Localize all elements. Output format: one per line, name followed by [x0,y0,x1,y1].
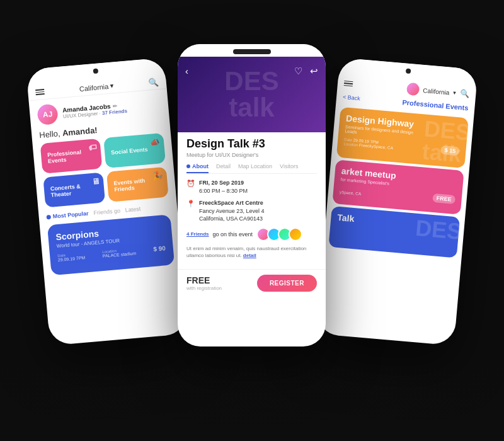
event-main-subtitle: Meetup for UI/UX Designer's [186,152,317,158]
detail-link[interactable]: detail [243,253,256,258]
event-price: $ 90 [153,244,166,254]
back-button[interactable]: < Back [343,94,361,101]
card-bg-text: DEStalk [421,117,469,166]
location-icon: 📍 [186,200,195,208]
price-section: FREE with registration [186,275,222,291]
right-nav-location: California [423,86,450,96]
card-price-2: FREE [432,193,455,204]
camera-dot [93,68,99,74]
location-row: 📍 FreeckSpace Art Centre Fancy Avenue 23… [186,199,317,223]
tab-latest[interactable]: Latest [125,205,140,213]
tab-detail[interactable]: Detail [216,163,231,173]
right-avatar [406,83,420,96]
card-title-3: Talk [337,213,407,229]
category-grid: 🏷 ProfessionalEvents 📣 Social Events 🖥 C… [33,132,177,212]
center-footer: FREE with registration REGISTER [178,269,326,297]
card-talk[interactable]: DES Talk [328,206,460,258]
right-dropdown-icon[interactable]: ▾ [453,89,457,96]
phone-center: DEStalk ‹ ♡ ↩ Design Talk #3 Meetup for … [178,44,326,346]
card-date-location: Date 29.09.19 7PM Location FreeckySpace,… [343,137,393,151]
tab-map-location[interactable]: Map Location [238,163,272,173]
heart-icon[interactable]: ♡ [294,66,302,77]
date-row: ⏰ FRI, 20 Sep 2019 6:00 PM – 8:30 PM [186,179,317,195]
friends-link[interactable]: 4 Friends [186,231,209,237]
friend-avatars [256,227,302,241]
location-detail: FreeckSpace Art Centre Fancy Avenue 23, … [199,199,264,223]
bottom-gradient [0,365,504,441]
category-concerts[interactable]: 🖥 Concerts &Theater [43,172,105,207]
category-friends[interactable]: 🎉 Events withFriends [106,167,169,202]
card-meta-2: ySpace, CA FREE [340,185,456,204]
hero-right-icons: ♡ ↩ [294,66,318,77]
share-icon[interactable]: ↩ [310,66,318,77]
tab-friends-go[interactable]: Friends go [93,207,120,216]
right-search-icon[interactable]: 🔍 [460,89,470,98]
card-location-2: ySpace, CA [340,190,362,196]
register-button[interactable]: REGISTER [257,275,317,292]
avatar: AJ [37,103,59,125]
tab-about[interactable]: About [186,163,209,173]
tab-visitors[interactable]: Visitors [280,163,298,173]
event-description: Ut enim ad minim venaim, quis naustraud … [186,245,317,259]
edit-icon[interactable]: ✏ [112,103,118,110]
left-nav-location[interactable]: California ▾ [79,81,113,93]
phone-left: California ▾ 🔍 AJ Amanda Jacobs ✏ UI/UX … [26,57,188,345]
back-arrow-icon[interactable]: ‹ [185,66,188,77]
friends-row: 4 Friends go on this event [186,227,317,241]
event-location-item: Location PALACE stadium [102,247,136,258]
notch [233,49,271,54]
event-price: FREE [186,275,222,285]
card-market-meetup[interactable]: arket meetup for marketing Specialist's … [332,159,464,215]
hamburger-icon[interactable] [35,89,45,95]
center-hero: DEStalk ‹ ♡ ↩ [178,57,326,132]
app-scene: California ▾ 🔍 AJ Amanda Jacobs ✏ UI/UX … [0,0,504,441]
card-bg-text-3: DES [415,217,460,243]
price-sub: with registration [186,285,222,291]
center-content: Design Talk #3 Meetup for UI/UX Designer… [178,132,326,269]
clock-icon: ⏰ [186,180,195,188]
featured-event-card[interactable]: Scorpions World tour - ANGELS TOUR Date … [47,214,175,275]
friend-avatar-4 [289,227,302,241]
right-hamburger-icon[interactable] [344,81,353,87]
tab-most-popular[interactable]: Most Popular [46,210,89,220]
right-camera-dot [406,68,411,74]
center-tabs: About Detail Map Location Visitors [186,163,317,174]
category-professional[interactable]: 🏷 ProfessionalEvents [40,139,103,174]
event-main-title: Design Talk #3 [186,137,317,151]
date-detail: FRI, 20 Sep 2019 6:00 PM – 8:30 PM [199,179,248,195]
profile-info: Amanda Jacobs ✏ UI/UX Designer · 37 Frie… [62,98,161,120]
card-design-highway[interactable]: DEStalk Design Highway Seminars for desi… [336,107,469,168]
phone-right: California ▾ 🔍 < Back Professional Event… [316,57,478,345]
center-phone-top [178,44,326,57]
category-social[interactable]: 📣 Social Events [103,133,166,168]
hero-icons: ‹ ♡ ↩ [178,62,326,81]
left-search-icon[interactable]: 🔍 [148,77,159,87]
event-date-item: Date 29.09.19 7PM [57,251,86,262]
top-gradient [0,0,504,38]
